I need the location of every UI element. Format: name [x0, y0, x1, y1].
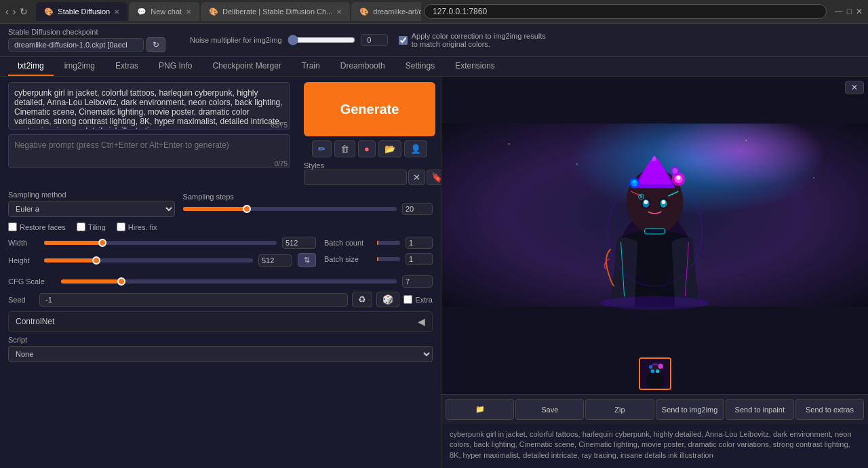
svg-point-5 [745, 140, 747, 141]
styles-section: Styles ✕ 🔖 [304, 161, 435, 185]
maximize-button[interactable]: □ [847, 7, 852, 16]
close-tab-icon[interactable]: ✕ [114, 8, 119, 16]
tab-train[interactable]: Train [292, 57, 330, 76]
negative-prompt-input[interactable] [8, 134, 290, 168]
extra-checkbox-label[interactable]: Extra [403, 295, 433, 304]
open-folder-button[interactable]: 📁 [446, 399, 514, 420]
script-select[interactable]: None [8, 346, 433, 362]
close-tab-icon[interactable]: ✕ [336, 8, 342, 16]
batch-size-row: Batch size [324, 253, 433, 265]
browser-tab-deliberate[interactable]: 🎨 Deliberate | Stable Diffusion Ch... ✕ [201, 2, 350, 21]
svg-point-4 [576, 163, 578, 165]
svg-point-38 [655, 370, 659, 374]
seed-input[interactable] [39, 293, 348, 307]
tab-img2img[interactable]: img2img [55, 57, 104, 76]
refresh-checkpoint-button[interactable]: ↻ [146, 37, 165, 52]
browser-nav-controls: ‹ › ↻ [5, 6, 28, 17]
styles-apply-button[interactable]: 🔖 [427, 170, 441, 185]
dims-batch-section: Width Height [8, 237, 433, 271]
save-button[interactable]: Save [515, 399, 584, 420]
tab-png-info[interactable]: PNG Info [149, 57, 201, 76]
sampling-method-section: Sampling method Euler a [8, 191, 175, 217]
forward-button[interactable]: › [13, 6, 16, 17]
checkpoint-select[interactable]: dreamlike-diffusion-1.0.ckpt [0aecbcfa2c… [8, 38, 144, 52]
batch-count-input[interactable] [406, 237, 433, 249]
styles-clear-button[interactable]: ✕ [408, 170, 425, 185]
top-bar: Stable Diffusion checkpoint dreamlike-di… [0, 24, 868, 57]
close-tab-icon[interactable]: ✕ [186, 8, 191, 16]
restore-faces-checkbox[interactable]: Restore faces [8, 222, 66, 231]
refresh-button[interactable]: ↻ [20, 6, 28, 17]
svg-point-6 [813, 177, 814, 178]
image-thumbnail[interactable] [639, 357, 671, 390]
seed-recycle-button[interactable]: ♻ [352, 292, 372, 307]
svg-point-28 [672, 168, 677, 174]
zip-button[interactable]: Zip [585, 399, 654, 420]
cfg-scale-input[interactable] [402, 275, 433, 288]
extra-seed-checkbox[interactable] [403, 295, 412, 304]
svg-point-33 [601, 296, 709, 310]
svg-rect-29 [645, 229, 665, 234]
styles-input[interactable] [304, 170, 407, 185]
swap-dimensions-button[interactable]: ⇅ [298, 253, 316, 267]
person-icon-button[interactable]: 👤 [404, 140, 427, 157]
pencil-icon-button[interactable]: ✏ [312, 140, 332, 157]
noise-label: Noise multiplier for img2img [190, 36, 282, 44]
generated-image [441, 77, 868, 353]
styles-label: Styles [304, 161, 435, 170]
color-correction-section: Apply color correction to img2img result… [399, 32, 547, 48]
send-to-extras-button[interactable]: Send to extras [795, 399, 864, 420]
sampling-method-select[interactable]: Euler a [8, 201, 175, 217]
positive-prompt-container: cyberpunk girl in jacket, colorful tatto… [8, 82, 290, 132]
address-bar[interactable]: 127.0.0.1:7860 [424, 4, 827, 19]
width-label: Width [8, 239, 39, 247]
browser-tab-dreamlike[interactable]: 🎨 dreamlike-art/dreamlike-diffus... ✕ [351, 2, 421, 21]
noise-value-input[interactable] [361, 34, 388, 46]
generate-button[interactable]: Generate [304, 82, 435, 136]
positive-prompt-input[interactable]: cyberpunk girl in jacket, colorful tatto… [8, 82, 290, 130]
sampling-steps-input[interactable] [402, 203, 433, 215]
prompt-area: cyberpunk girl in jacket, colorful tatto… [0, 77, 298, 191]
red-icon-button[interactable]: ● [358, 140, 376, 157]
tab-dreambooth[interactable]: Dreambooth [331, 57, 395, 76]
minimize-button[interactable]: — [835, 7, 843, 16]
close-image-button[interactable]: ✕ [845, 81, 864, 94]
browser-chrome: ‹ › ↻ 🎨 Stable Diffusion ✕ 💬 New chat ✕ … [0, 0, 868, 24]
script-label: Script [8, 336, 433, 344]
tab-checkpoint-merger[interactable]: Checkpoint Merger [203, 57, 290, 76]
tab-settings[interactable]: Settings [396, 57, 444, 76]
height-label: Height [8, 256, 39, 265]
noise-slider[interactable] [288, 35, 355, 45]
tiling-checkbox[interactable]: Tiling [77, 222, 106, 231]
close-window-button[interactable]: ✕ [856, 7, 863, 16]
browser-tab-stable-diffusion[interactable]: 🎨 Stable Diffusion ✕ [36, 2, 127, 21]
send-to-inpaint-button[interactable]: Send to inpaint [726, 399, 794, 420]
svg-point-39 [648, 365, 652, 369]
height-input[interactable] [258, 254, 292, 267]
browser-tab-new-chat[interactable]: 💬 New chat ✕ [129, 2, 199, 21]
hires-fix-checkbox[interactable]: Hires. fix [117, 222, 157, 231]
content-area: cyberpunk girl in jacket, colorful tatto… [0, 77, 868, 468]
back-button[interactable]: ‹ [5, 6, 9, 17]
tab-extensions[interactable]: Extensions [446, 57, 505, 76]
browser-tabs: 🎨 Stable Diffusion ✕ 💬 New chat ✕ 🎨 Deli… [36, 2, 421, 21]
sampling-steps-label: Sampling steps [183, 193, 433, 201]
folder-icon-button[interactable]: 📂 [378, 140, 401, 157]
width-input[interactable] [282, 237, 316, 249]
controlnet-row[interactable]: ControlNet ◀ [8, 311, 433, 332]
tab-txt2img[interactable]: txt2img [8, 57, 54, 76]
send-to-img2img-button[interactable]: Send to img2img [656, 399, 724, 420]
image-display-area: ✕ [441, 77, 868, 353]
batch-size-input[interactable] [406, 253, 433, 265]
color-correction-checkbox[interactable] [399, 36, 408, 45]
top-controls: cyberpunk girl in jacket, colorful tatto… [0, 77, 441, 191]
trash-icon-button[interactable]: 🗑 [334, 140, 355, 157]
seed-label: Seed [8, 296, 35, 304]
sampling-row: Sampling method Euler a Sampling steps [8, 191, 433, 217]
batch-section: Batch count Batch size [324, 237, 433, 271]
checkboxes-row: Restore faces Tiling Hires. fix [8, 222, 433, 231]
batch-size-label: Batch size [324, 255, 372, 263]
seed-dice-button[interactable]: 🎲 [376, 292, 399, 307]
tab-extras[interactable]: Extras [106, 57, 148, 76]
width-row: Width [8, 237, 316, 249]
